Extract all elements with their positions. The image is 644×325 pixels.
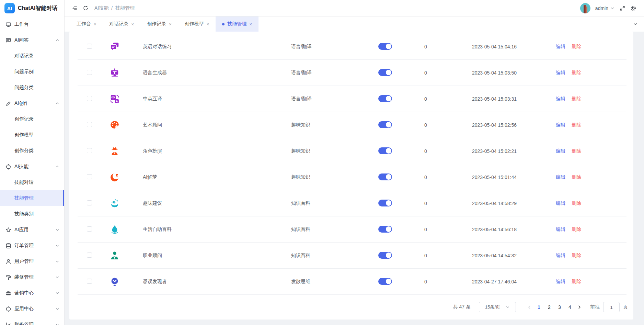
enable-toggle[interactable] (378, 200, 392, 206)
edit-link[interactable]: 编辑 (556, 122, 565, 127)
sidebar-item-5[interactable]: AI创作 (0, 96, 64, 111)
row-checkbox[interactable] (87, 44, 92, 49)
page-number-1[interactable]: 1 (534, 302, 544, 312)
enable-toggle[interactable] (378, 69, 392, 76)
sidebar-item-13[interactable]: AI应用 (0, 222, 64, 238)
edit-link[interactable]: 编辑 (556, 253, 565, 258)
tab-2[interactable]: 创作记录× (140, 16, 178, 32)
edit-link[interactable]: 编辑 (556, 44, 565, 49)
edit-link[interactable]: 编辑 (556, 279, 565, 284)
delete-link[interactable]: 删除 (572, 200, 581, 206)
delete-link[interactable]: 删除 (572, 70, 581, 75)
refresh-icon[interactable] (83, 5, 89, 11)
sidebar-item-17[interactable]: 营销中心 (0, 285, 64, 301)
tab-close-icon[interactable]: × (131, 22, 134, 26)
sidebar-item-0[interactable]: 工作台 (0, 16, 64, 32)
sidebar-item-10[interactable]: 技能对话 (0, 175, 64, 190)
user-caret-down-icon[interactable] (610, 6, 614, 10)
edit-link[interactable]: 编辑 (556, 174, 565, 180)
goto-page-input[interactable] (603, 302, 620, 312)
actions-cell: 编辑删除 (545, 279, 633, 285)
page-number-4[interactable]: 4 (565, 302, 575, 312)
settings-gear-icon[interactable] (630, 5, 636, 11)
app-root: AI ChatAI智能对话 工作台AI问答对话记录问题示例问题分类AI创作创作记… (0, 0, 644, 325)
tab-1[interactable]: 对话记录× (103, 16, 141, 32)
sidebar-item-14[interactable]: 订单管理 (0, 238, 64, 254)
sidebar-item-19[interactable]: 财务管理 (0, 317, 64, 325)
edit-link[interactable]: 编辑 (556, 96, 565, 101)
row-checkbox[interactable] (87, 174, 92, 179)
toggle-cell (367, 95, 413, 103)
moon-icon (110, 172, 120, 182)
edit-link[interactable]: 编辑 (556, 226, 565, 232)
sidebar-item-3[interactable]: 问题示例 (0, 64, 64, 80)
tab-close-icon[interactable]: × (207, 22, 209, 26)
enable-toggle[interactable] (378, 43, 392, 50)
delete-link[interactable]: 删除 (572, 279, 581, 284)
toggle-cell (367, 69, 413, 77)
checkbox-cell (69, 253, 97, 259)
sidebar-item-9[interactable]: AI技能 (0, 159, 64, 175)
sidebar-item-18[interactable]: 应用中心 (0, 301, 64, 317)
username[interactable]: admin (595, 5, 608, 11)
sidebar-item-12[interactable]: 技能类别 (0, 206, 64, 222)
page-number-2[interactable]: 2 (544, 302, 554, 312)
sidebar-item-label: AI应用 (14, 227, 28, 233)
enable-toggle[interactable] (378, 147, 392, 154)
sidebar-item-15[interactable]: 用户管理 (0, 254, 64, 269)
row-checkbox[interactable] (87, 122, 92, 127)
avatar[interactable] (580, 3, 590, 13)
edit-link[interactable]: 编辑 (556, 148, 565, 154)
sidebar-item-1[interactable]: AI问答 (0, 32, 64, 48)
delete-link[interactable]: 删除 (572, 174, 581, 180)
row-checkbox[interactable] (87, 253, 92, 258)
row-checkbox[interactable] (87, 148, 92, 153)
page-size-select[interactable]: 15条/页 (479, 302, 516, 312)
sidebar-item-7[interactable]: 创作模型 (0, 127, 64, 143)
enable-toggle[interactable] (378, 95, 392, 102)
row-checkbox[interactable] (87, 226, 92, 232)
sidebar-item-2[interactable]: 对话记录 (0, 48, 64, 64)
sidebar-item-11[interactable]: 技能管理 (0, 190, 64, 206)
enable-toggle[interactable] (378, 226, 392, 233)
delete-link[interactable]: 删除 (572, 148, 581, 154)
page-number-3[interactable]: 3 (554, 302, 565, 312)
tab-label: 创作模型 (185, 21, 204, 27)
row-checkbox[interactable] (87, 96, 92, 101)
enable-toggle[interactable] (378, 278, 392, 285)
row-checkbox[interactable] (87, 200, 92, 205)
enable-toggle[interactable] (378, 121, 392, 128)
tab-close-icon[interactable]: × (94, 22, 96, 26)
tabs-dropdown-chevron-icon[interactable] (633, 16, 638, 32)
next-page-button[interactable] (575, 305, 584, 310)
delete-link[interactable]: 删除 (572, 226, 581, 232)
enable-toggle[interactable] (378, 173, 392, 180)
tab-3[interactable]: 创作模型× (178, 16, 216, 32)
sidebar-item-16[interactable]: 装修管理 (0, 269, 64, 285)
row-checkbox[interactable] (87, 279, 92, 284)
edit-link[interactable]: 编辑 (556, 70, 565, 75)
delete-link[interactable]: 删除 (572, 253, 581, 258)
chevron-down-icon (55, 323, 59, 325)
tab-close-icon[interactable]: × (249, 22, 252, 26)
enable-toggle[interactable] (378, 252, 392, 259)
sidebar-item-8[interactable]: 创作分类 (0, 143, 64, 159)
skill-category: 语言/翻译 (280, 96, 367, 102)
delete-link[interactable]: 删除 (572, 96, 581, 101)
fullscreen-icon[interactable] (619, 5, 625, 11)
table-row: 中A中英互译语言/翻译02023-05-04 15:03:31编辑删除 (69, 86, 633, 112)
delete-link[interactable]: 删除 (572, 122, 581, 127)
collapse-sidebar-icon[interactable] (71, 5, 78, 11)
row-checkbox[interactable] (87, 70, 92, 75)
edit-link[interactable]: 编辑 (556, 200, 565, 206)
tab-0[interactable]: 工作台× (70, 16, 103, 32)
sidebar-item-4[interactable]: 问题分类 (0, 80, 64, 96)
delete-link[interactable]: 删除 (572, 44, 581, 49)
prev-page-button[interactable] (525, 305, 534, 310)
breadcrumb-section[interactable]: AI技能 (94, 5, 108, 11)
tab-4[interactable]: 技能管理× (216, 16, 258, 32)
actions-cell: 编辑删除 (545, 226, 633, 233)
skill-category: 语言/翻译 (280, 44, 367, 50)
sidebar-item-6[interactable]: 创作记录 (0, 111, 64, 127)
tab-close-icon[interactable]: × (169, 22, 172, 26)
